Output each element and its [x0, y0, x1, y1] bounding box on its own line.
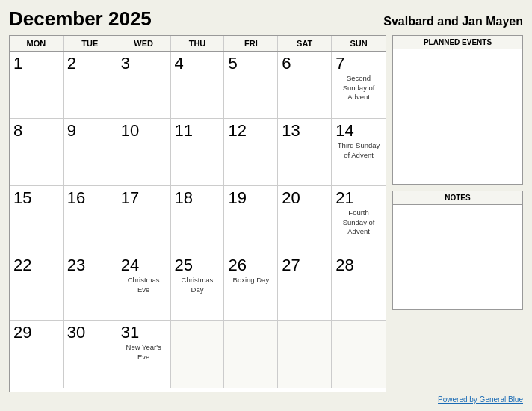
- calendar-cell: 3: [117, 52, 171, 119]
- event-label: Christmas Day: [175, 276, 220, 294]
- day-number: 31: [121, 324, 167, 342]
- day-number: 26: [228, 256, 273, 274]
- day-number: 7: [335, 55, 382, 72]
- event-label: Second Sunday of Advent: [335, 74, 382, 102]
- calendar-cell: 14Third Sunday of Advent: [332, 119, 386, 186]
- day-number: 6: [282, 55, 327, 72]
- calendar-cell: 31New Year's Eve: [117, 321, 171, 388]
- calendar-cell: 17: [117, 186, 171, 253]
- calendar-cell: 30: [64, 321, 117, 388]
- weekday-header: SAT: [278, 36, 332, 51]
- calendar-body: 1234567Second Sunday of Advent8910111213…: [10, 52, 386, 388]
- day-number: 15: [13, 189, 59, 207]
- weekday-header: WED: [117, 36, 171, 51]
- calendar-cell: 19: [224, 186, 278, 253]
- day-number: 29: [13, 324, 59, 342]
- footer: Powered by General Blue: [9, 395, 523, 404]
- day-number: 11: [175, 122, 220, 140]
- day-number: 18: [175, 189, 220, 207]
- calendar-grid: MONTUEWEDTHUFRISATSUN 1234567Second Sund…: [9, 35, 386, 392]
- day-number: 23: [67, 256, 113, 274]
- day-number: 3: [121, 55, 167, 72]
- weekday-header: MON: [10, 36, 64, 51]
- calendar-cell: 18: [171, 186, 225, 253]
- event-label: Third Sunday of Advent: [335, 141, 382, 160]
- calendar-cell: 28: [332, 253, 386, 321]
- calendar-cell: 13: [278, 119, 332, 186]
- day-number: 2: [67, 55, 113, 72]
- calendar-cell: 23: [64, 253, 117, 321]
- weekday-header: THU: [171, 36, 225, 51]
- notes-title: NOTES: [393, 191, 522, 205]
- weekday-header: SUN: [332, 36, 386, 51]
- calendar-cell: 8: [10, 119, 64, 186]
- event-label: Fourth Sunday of Advent: [335, 208, 382, 236]
- calendar-cell: 6: [278, 52, 332, 119]
- day-number: 8: [13, 122, 59, 140]
- calendar-cell: 7Second Sunday of Advent: [332, 52, 386, 119]
- main-content: MONTUEWEDTHUFRISATSUN 1234567Second Sund…: [9, 35, 523, 392]
- calendar-cell: 5: [224, 52, 278, 119]
- calendar-cell: 16: [64, 186, 117, 253]
- day-number: 5: [228, 55, 273, 72]
- day-number: 16: [67, 189, 113, 207]
- calendar-header: MONTUEWEDTHUFRISATSUN: [10, 36, 386, 52]
- calendar-title: December 2025: [9, 7, 152, 31]
- day-number: 30: [67, 324, 113, 342]
- notes-box: NOTES: [392, 191, 523, 310]
- event-label: New Year's Eve: [121, 343, 167, 362]
- day-number: 25: [175, 256, 220, 274]
- calendar-cell: 25Christmas Day: [171, 253, 225, 321]
- calendar-cell: 4: [171, 52, 225, 119]
- calendar-cell: 15: [10, 186, 64, 253]
- calendar-cell: [224, 321, 278, 388]
- planned-events-title: PLANNED EVENTS: [393, 36, 522, 49]
- weekday-header: TUE: [64, 36, 117, 51]
- calendar-cell: 10: [117, 119, 171, 186]
- day-number: 22: [13, 256, 59, 274]
- calendar-cell: 20: [278, 186, 332, 253]
- calendar-cell: 21Fourth Sunday of Advent: [332, 186, 386, 253]
- weekday-header: FRI: [224, 36, 278, 51]
- calendar-cell: [171, 321, 225, 388]
- calendar-cell: 2: [64, 52, 117, 119]
- powered-by-link[interactable]: Powered by General Blue: [438, 395, 523, 404]
- notes-content: [393, 205, 522, 309]
- calendar-cell: [332, 321, 386, 388]
- day-number: 13: [282, 122, 327, 140]
- day-number: 21: [335, 189, 382, 207]
- calendar-cell: 1: [10, 52, 64, 119]
- event-label: Christmas Eve: [121, 276, 167, 294]
- calendar-cell: 11: [171, 119, 225, 186]
- day-number: 27: [282, 256, 327, 274]
- calendar-cell: 24Christmas Eve: [117, 253, 171, 321]
- planned-events-box: PLANNED EVENTS: [392, 35, 523, 185]
- day-number: 28: [335, 256, 382, 274]
- day-number: 1: [13, 55, 59, 72]
- calendar-cell: 9: [64, 119, 117, 186]
- day-number: 24: [121, 256, 167, 274]
- planned-events-content: [393, 49, 522, 184]
- day-number: 12: [228, 122, 273, 140]
- calendar-cell: 26Boxing Day: [224, 253, 278, 321]
- calendar-cell: 29: [10, 321, 64, 388]
- sidebar: PLANNED EVENTS NOTES: [392, 35, 523, 392]
- day-number: 19: [228, 189, 273, 207]
- day-number: 20: [282, 189, 327, 207]
- calendar-cell: 22: [10, 253, 64, 321]
- day-number: 17: [121, 189, 167, 207]
- calendar-cell: 27: [278, 253, 332, 321]
- day-number: 9: [67, 122, 113, 140]
- page-header: December 2025 Svalbard and Jan Mayen: [9, 7, 523, 31]
- day-number: 10: [121, 122, 167, 140]
- day-number: 4: [175, 55, 220, 72]
- event-label: Boxing Day: [228, 276, 273, 285]
- calendar-cell: 12: [224, 119, 278, 186]
- day-number: 14: [335, 122, 382, 140]
- region-name: Svalbard and Jan Mayen: [383, 15, 523, 28]
- calendar-cell: [278, 321, 332, 388]
